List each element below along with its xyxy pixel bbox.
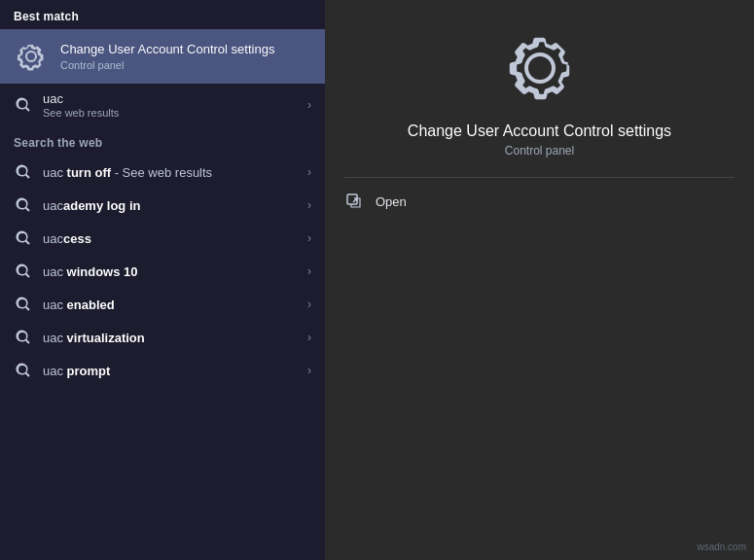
right-panel: Change User Account Control settings Con…	[325, 0, 754, 560]
chevron-right-icon: ›	[307, 331, 311, 344]
web-item-text-0: uac turn off - See web results	[43, 165, 298, 180]
web-item-text-1: uacademy log in	[43, 198, 298, 213]
web-item-text-6: uac prompt	[43, 364, 298, 378]
best-match-label: Best match	[0, 0, 325, 29]
web-item-text-4: uac enabled	[43, 298, 298, 312]
best-match-subtitle: Control panel	[60, 59, 311, 71]
web-item-text-2: uaccess	[43, 231, 298, 246]
search-icon	[14, 361, 33, 380]
chevron-right-icon: ›	[307, 364, 311, 377]
search-icon	[14, 228, 33, 248]
gear-icon	[14, 39, 49, 74]
best-match-item[interactable]: Change User Account Control settings Con…	[0, 29, 325, 84]
uac-text: uac	[43, 91, 298, 106]
web-item-5[interactable]: uac virtualization ›	[0, 321, 325, 354]
left-panel: Best match Change User Account Control s…	[0, 0, 325, 560]
search-icon	[14, 162, 33, 182]
chevron-right-icon: ›	[307, 298, 311, 311]
web-item-0[interactable]: uac turn off - See web results ›	[0, 156, 325, 189]
chevron-right-icon: ›	[307, 231, 311, 245]
web-item-4[interactable]: uac enabled ›	[0, 288, 325, 321]
search-icon	[14, 295, 33, 314]
chevron-right-icon: ›	[307, 198, 311, 212]
chevron-right-icon: ›	[307, 165, 311, 179]
web-search-label: Search the web	[0, 126, 325, 156]
app-gear-icon-large	[501, 29, 579, 107]
chevron-right-icon: ›	[307, 98, 311, 112]
web-item-6[interactable]: uac prompt ›	[0, 354, 325, 387]
web-item-3[interactable]: uac windows 10 ›	[0, 255, 325, 288]
open-label: Open	[376, 194, 407, 209]
search-icon	[14, 262, 33, 281]
web-item-2[interactable]: uaccess ›	[0, 222, 325, 255]
chevron-right-icon: ›	[307, 264, 311, 278]
search-icon	[14, 328, 33, 347]
uac-sub: See web results	[43, 107, 298, 119]
app-category: Control panel	[505, 144, 574, 158]
web-item-text-5: uac virtualization	[43, 331, 298, 345]
web-item-1[interactable]: uacademy log in ›	[0, 189, 325, 222]
search-icon	[14, 95, 33, 115]
watermark: wsadn.com	[697, 542, 746, 552]
search-icon	[14, 195, 33, 215]
app-title: Change User Account Control settings	[388, 122, 691, 140]
web-item-text-3: uac windows 10	[43, 264, 298, 279]
open-action[interactable]: Open	[325, 178, 754, 225]
uac-search-result[interactable]: uac See web results ›	[0, 84, 325, 126]
uac-result-text: uac See web results	[43, 91, 298, 119]
open-icon	[344, 192, 364, 211]
best-match-title: Change User Account Control settings	[60, 42, 311, 58]
best-match-text: Change User Account Control settings Con…	[60, 42, 311, 72]
